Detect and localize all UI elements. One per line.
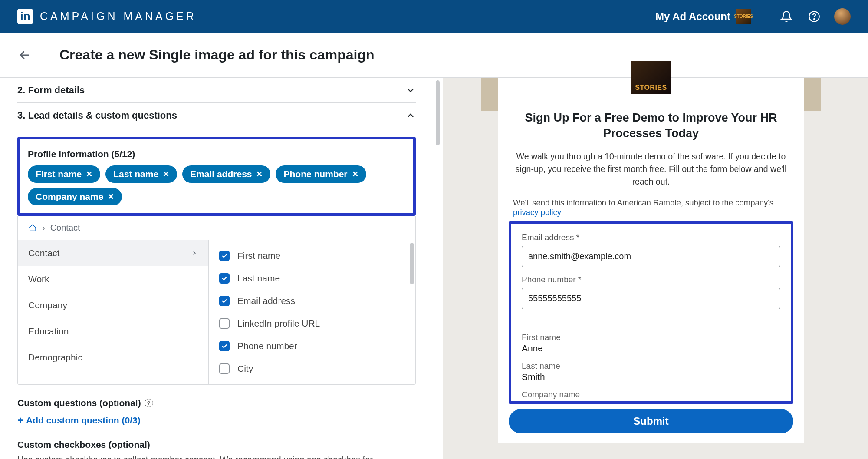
left-scrollbar[interactable] — [433, 78, 443, 459]
breadcrumb-sep: › — [42, 223, 45, 233]
category-education[interactable]: Education — [18, 318, 208, 344]
chevron-right-icon — [191, 250, 198, 257]
category-demographic[interactable]: Demographic — [18, 344, 208, 370]
email-field[interactable] — [522, 246, 780, 267]
form-subheadline: We walk you through a 10-minute demo of … — [515, 150, 787, 188]
scrollbar-thumb[interactable] — [436, 80, 440, 145]
checkbox[interactable] — [219, 251, 230, 261]
help-icon[interactable] — [808, 10, 820, 23]
first-name-label: First name — [522, 333, 780, 342]
sub-header: Create a new Single image ad for this ca… — [0, 33, 868, 78]
remove-icon[interactable]: ✕ — [108, 192, 114, 201]
preview-decor — [804, 78, 821, 111]
checkbox[interactable] — [219, 273, 230, 284]
preview-card: STORIES Sign Up For a Free Demo to Impro… — [498, 78, 804, 443]
custom-checkboxes-heading: Custom checkboxes (optional) — [17, 439, 416, 450]
option-email-address[interactable]: Email address — [209, 290, 415, 312]
option-linkedin-profile-url[interactable]: LinkedIn profile URL — [209, 312, 415, 335]
preview-pane: STORIES Sign Up For a Free Demo to Impro… — [443, 78, 868, 459]
accordion-step-2-label: 2. Form details — [17, 85, 85, 96]
category-work[interactable]: Work — [18, 266, 208, 292]
checkbox[interactable] — [219, 363, 230, 374]
bell-icon[interactable] — [780, 10, 792, 23]
plus-icon: + — [17, 414, 23, 426]
custom-questions-heading-text: Custom questions (optional) — [17, 398, 141, 408]
privacy-policy-link[interactable]: privacy policy — [513, 208, 561, 217]
custom-checkboxes-desc: Use custom checkboxes to collect member … — [17, 453, 391, 459]
chip-last-name[interactable]: Last name✕ — [105, 165, 177, 183]
checkbox[interactable] — [219, 318, 230, 329]
remove-icon[interactable]: ✕ — [163, 169, 169, 179]
company-name-label: Company name — [522, 390, 780, 400]
profile-avatar[interactable] — [834, 8, 851, 25]
category-contact[interactable]: Contact — [18, 240, 208, 266]
checkbox[interactable] — [219, 341, 230, 351]
option-phone-number[interactable]: Phone number — [209, 335, 415, 357]
custom-questions-heading: Custom questions (optional) ? — [17, 398, 416, 408]
app-name: CAMPAIGN MANAGER — [40, 10, 197, 23]
help-icon[interactable]: ? — [145, 399, 153, 407]
preview-frame: STORIES Sign Up For a Free Demo to Impro… — [481, 78, 821, 459]
preview-decor — [481, 78, 498, 111]
accordion-step-2[interactable]: 2. Form details — [17, 78, 416, 103]
option-city[interactable]: City — [209, 357, 415, 380]
page-title: Create a new Single image ad for this ca… — [59, 47, 375, 63]
option-list: First nameLast nameEmail addressLinkedIn… — [209, 240, 415, 384]
option-first-name[interactable]: First name — [209, 244, 415, 267]
add-custom-question-button[interactable]: + Add custom question (0/3) — [17, 414, 416, 426]
checkbox[interactable] — [219, 296, 230, 306]
accordion-step-3[interactable]: 3. Lead details & custom questions — [17, 103, 416, 128]
breadcrumb: › Contact — [18, 216, 415, 240]
scrollbar-thumb[interactable] — [410, 243, 414, 284]
account-switcher[interactable]: My Ad Account — [655, 10, 730, 23]
main-area: 2. Form details 3. Lead details & custom… — [0, 78, 868, 459]
privacy-disclosure-text: We'll send this information to American … — [513, 198, 773, 207]
account-thumbnail[interactable]: STORIES — [736, 9, 751, 24]
custom-checkboxes-desc-text: Use custom checkboxes to collect member … — [17, 455, 373, 459]
remove-icon[interactable]: ✕ — [256, 169, 263, 179]
chip-container: First name✕Last name✕Email address✕Phone… — [28, 165, 405, 205]
category-company[interactable]: Company — [18, 292, 208, 318]
breadcrumb-current: Contact — [50, 223, 80, 233]
chip-company-name[interactable]: Company name✕ — [28, 188, 122, 205]
remove-icon[interactable]: ✕ — [86, 169, 92, 179]
chip-email-address[interactable]: Email address✕ — [182, 165, 270, 183]
submit-button[interactable]: Submit — [509, 409, 793, 433]
option-last-name[interactable]: Last name — [209, 267, 415, 290]
profile-info-callout: Profile information (5/12) First name✕La… — [17, 137, 416, 216]
profile-info-label: Profile information (5/12) — [28, 149, 405, 159]
back-arrow-icon[interactable] — [17, 48, 32, 63]
first-name-value: Anne — [522, 343, 780, 353]
privacy-disclosure: We'll send this information to American … — [513, 198, 789, 217]
email-label: Email address * — [522, 233, 780, 242]
phone-label: Phone number * — [522, 275, 780, 284]
form-headline: Sign Up For a Free Demo to Improve Your … — [514, 110, 788, 142]
chip-phone-number[interactable]: Phone number✕ — [276, 165, 366, 183]
brand-thumbnail: STORIES — [631, 61, 671, 94]
phone-field[interactable] — [522, 288, 780, 309]
divider — [42, 41, 42, 69]
chevron-down-icon — [405, 85, 416, 96]
category-list: ContactWorkCompanyEducationDemographic — [18, 240, 209, 384]
remove-icon[interactable]: ✕ — [352, 169, 358, 179]
accordion-step-3-label: 3. Lead details & custom questions — [17, 110, 177, 121]
chip-first-name[interactable]: First name✕ — [28, 165, 100, 183]
last-name-label: Last name — [522, 361, 780, 371]
svg-point-1 — [814, 18, 815, 19]
home-icon[interactable] — [28, 224, 37, 232]
linkedin-logo[interactable]: in — [17, 9, 33, 24]
last-name-value: Smith — [522, 372, 780, 382]
add-custom-question-label: Add custom question (0/3) — [26, 415, 141, 426]
chevron-up-icon — [405, 110, 416, 121]
form-fields-callout: Email address * Phone number * First nam… — [509, 221, 793, 404]
divider — [762, 7, 762, 26]
field-selector: › Contact ContactWorkCompanyEducationDem… — [17, 216, 416, 385]
top-bar: in CAMPAIGN MANAGER My Ad Account STORIE… — [0, 0, 868, 33]
editor-pane: 2. Form details 3. Lead details & custom… — [0, 78, 433, 459]
